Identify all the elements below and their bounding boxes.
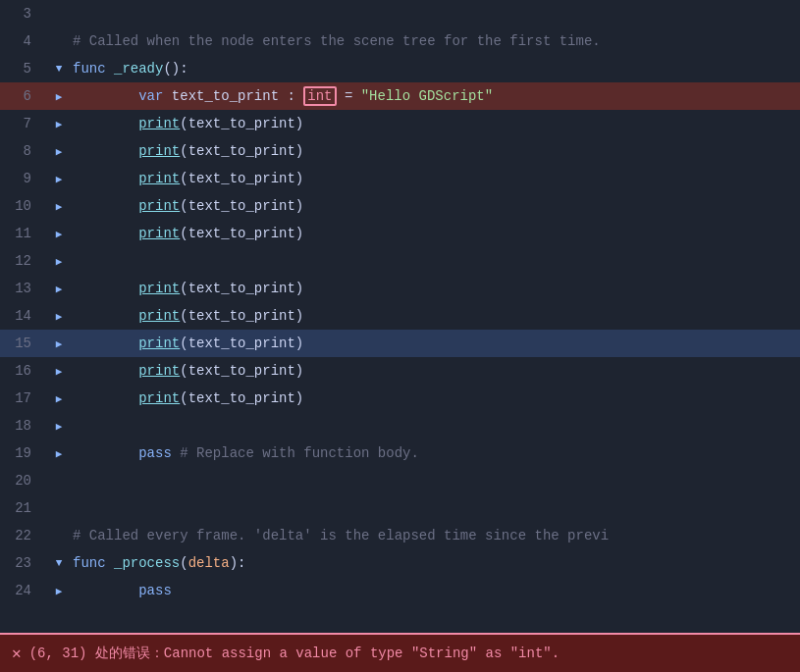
line-content-23: func _process(delta):	[71, 555, 800, 571]
line-content-17: print(text_to_print)	[71, 390, 800, 406]
line-21: 21	[0, 494, 800, 522]
line-content-6: var text_to_print : int = "Hello GDScrip…	[71, 88, 800, 104]
line-number-18: 18	[0, 418, 47, 434]
line-arrow-17: ▶	[47, 392, 71, 405]
line-number-13: 13	[0, 281, 47, 296]
line-number-16: 16	[0, 363, 47, 379]
line-arrow-9: ▶	[47, 173, 71, 185]
line-number-7: 7	[0, 116, 47, 131]
line-number-10: 10	[0, 198, 47, 214]
line-content-22: # Called every frame. 'delta' is the ela…	[71, 528, 800, 543]
line-content-13: print(text_to_print)	[71, 281, 800, 296]
line-number-24: 24	[0, 583, 47, 598]
line-arrow-11: ▶	[47, 228, 71, 240]
line-7: 7 ▶ print(text_to_print)	[0, 110, 800, 137]
line-22: 22 # Called every frame. 'delta' is the …	[0, 522, 800, 549]
line-arrow-19: ▶	[47, 447, 71, 460]
line-number-14: 14	[0, 308, 47, 324]
line-24: 24 ▶ pass	[0, 577, 800, 604]
line-arrow-15: ▶	[47, 337, 71, 350]
line-number-21: 21	[0, 500, 47, 516]
line-number-17: 17	[0, 390, 47, 406]
line-20: 20	[0, 467, 800, 494]
line-arrow-5[interactable]: ▼	[47, 63, 71, 75]
line-arrow-12: ▶	[47, 255, 71, 268]
line-arrow-7: ▶	[47, 118, 71, 130]
error-bar: ✕ (6, 31) 处的错误：Cannot assign a value of …	[0, 633, 800, 672]
line-arrow-6: ▶	[47, 90, 71, 103]
line-number-11: 11	[0, 226, 47, 241]
line-17: 17 ▶ print(text_to_print)	[0, 385, 800, 412]
line-12: 12 ▶	[0, 247, 800, 275]
line-content-11: print(text_to_print)	[71, 226, 800, 241]
line-13: 13 ▶ print(text_to_print)	[0, 275, 800, 302]
line-number-3: 3	[0, 6, 47, 22]
line-arrow-13: ▶	[47, 283, 71, 295]
line-6: 6 ▶ var text_to_print : int = "Hello GDS…	[0, 82, 800, 110]
error-icon: ✕	[12, 644, 22, 663]
line-content-24: pass	[71, 583, 800, 598]
line-23: 23 ▼ func _process(delta):	[0, 549, 800, 577]
line-8: 8 ▶ print(text_to_print)	[0, 137, 800, 165]
line-content-5: func _ready():	[71, 61, 800, 77]
line-number-5: 5	[0, 61, 47, 77]
line-arrow-8: ▶	[47, 145, 71, 158]
line-content-8: print(text_to_print)	[71, 143, 800, 159]
line-arrow-23[interactable]: ▼	[47, 557, 71, 569]
line-content-9: print(text_to_print)	[71, 171, 800, 186]
line-arrow-16: ▶	[47, 365, 71, 378]
line-5: 5 ▼ func _ready():	[0, 55, 800, 82]
line-arrow-10: ▶	[47, 200, 71, 213]
error-message: (6, 31) 处的错误：Cannot assign a value of ty…	[29, 645, 560, 662]
code-area: 3 4 # Called when the node enters the sc…	[0, 0, 800, 633]
line-number-4: 4	[0, 33, 47, 49]
line-19: 19 ▶ pass # Replace with function body.	[0, 439, 800, 467]
line-content-4: # Called when the node enters the scene …	[71, 33, 800, 49]
line-15: 15 ▶ print(text_to_print)	[0, 330, 800, 357]
line-number-22: 22	[0, 528, 47, 543]
line-arrow-14: ▶	[47, 310, 71, 323]
code-editor: 3 4 # Called when the node enters the sc…	[0, 0, 800, 633]
line-9: 9 ▶ print(text_to_print)	[0, 165, 800, 192]
line-18: 18 ▶	[0, 412, 800, 439]
line-content-15: print(text_to_print)	[71, 336, 800, 351]
line-number-12: 12	[0, 253, 47, 269]
line-number-23: 23	[0, 555, 47, 571]
line-11: 11 ▶ print(text_to_print)	[0, 220, 800, 247]
line-4: 4 # Called when the node enters the scen…	[0, 27, 800, 55]
line-number-9: 9	[0, 171, 47, 186]
line-3: 3	[0, 0, 800, 27]
line-number-19: 19	[0, 445, 47, 461]
line-14: 14 ▶ print(text_to_print)	[0, 302, 800, 330]
line-number-8: 8	[0, 143, 47, 159]
line-10: 10 ▶ print(text_to_print)	[0, 192, 800, 220]
line-content-10: print(text_to_print)	[71, 198, 800, 214]
line-content-14: print(text_to_print)	[71, 308, 800, 324]
line-arrow-18: ▶	[47, 420, 71, 433]
line-16: 16 ▶ print(text_to_print)	[0, 357, 800, 385]
line-number-20: 20	[0, 473, 47, 489]
line-number-6: 6	[0, 88, 47, 104]
line-content-19: pass # Replace with function body.	[71, 445, 800, 461]
line-content-16: print(text_to_print)	[71, 363, 800, 379]
line-arrow-24: ▶	[47, 585, 71, 597]
line-number-15: 15	[0, 336, 47, 351]
line-content-7: print(text_to_print)	[71, 116, 800, 131]
